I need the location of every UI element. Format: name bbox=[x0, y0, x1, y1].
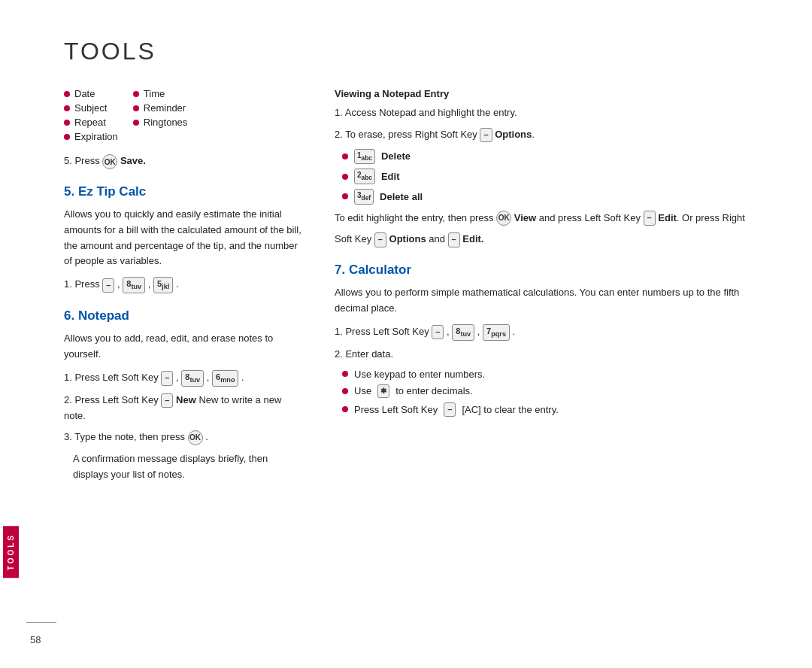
key-8tuv: 8tuv bbox=[123, 277, 145, 293]
options-and-connector: and bbox=[429, 233, 447, 244]
edit-bold-label: Edit. bbox=[462, 233, 483, 244]
key-edit-softkey-2: – bbox=[448, 232, 460, 247]
left-column: Date Subject Repeat Expiration bbox=[64, 88, 304, 489]
key-softkey-new: – bbox=[161, 393, 173, 408]
bullet-dot bbox=[342, 388, 348, 394]
section6-step2: 2. Press Left Soft Key – New New to writ… bbox=[64, 393, 304, 424]
bullet-reminder-label: Reminder bbox=[144, 102, 186, 114]
press-save-prefix: 5. Press bbox=[64, 155, 100, 166]
sidebar-tab: TOOLS bbox=[0, 0, 21, 668]
bullet-expiration-label: Expiration bbox=[74, 131, 118, 142]
section5-title: 5. Ez Tip Calc bbox=[64, 184, 304, 199]
s6-step2-text: 2. Press Left Soft Key bbox=[64, 394, 159, 405]
viewing-header: Viewing a Notepad Entry bbox=[335, 88, 774, 99]
key-6mno: 6mno bbox=[212, 370, 238, 387]
soft-key-right-label: Soft Key bbox=[335, 233, 371, 244]
edit-inline-label: Edit bbox=[658, 212, 677, 223]
s6-step3-text: 3. Type the note, then press bbox=[64, 431, 185, 442]
right-column: Viewing a Notepad Entry 1. Access Notepa… bbox=[335, 88, 774, 489]
key-edit-softkey: – bbox=[644, 211, 656, 225]
section6-title: 6. Notepad bbox=[64, 308, 304, 323]
key-8tuv-2: 8tuv bbox=[181, 370, 204, 387]
bullet-repeat-label: Repeat bbox=[74, 117, 106, 128]
two-col-layout: Date Subject Repeat Expiration bbox=[64, 88, 774, 489]
page-title: TOOLS bbox=[64, 38, 774, 65]
key-calc-dash: – bbox=[432, 325, 444, 339]
bullet-dot bbox=[342, 193, 348, 199]
sub-bullet-list: 1abc Delete 2abc Edit 3def Delete all bbox=[342, 149, 774, 205]
key-2abc: 2abc bbox=[354, 169, 375, 184]
bullet-col-2: Time Reminder Ringtones bbox=[133, 88, 188, 142]
bullet-ringtones-label: Ringtones bbox=[144, 117, 188, 128]
section6-step3: 3. Type the note, then press OK . bbox=[64, 430, 304, 445]
bullet-reminder: Reminder bbox=[133, 102, 188, 114]
key-calc-8: 8tuv bbox=[452, 324, 474, 341]
section6-body: Allows you to add, read, edit, and erase… bbox=[64, 331, 304, 363]
key-softkey-1: – bbox=[161, 371, 173, 385]
bullet-date-label: Date bbox=[74, 88, 95, 99]
options-and-label: Options bbox=[389, 233, 426, 244]
key-options-softkey: – bbox=[374, 232, 386, 247]
bullet-dot bbox=[342, 174, 348, 180]
bullet-grid: Date Subject Repeat Expiration bbox=[64, 88, 304, 142]
calc-decimal-text: Use bbox=[354, 385, 371, 396]
section7-title: 7. Calculator bbox=[335, 263, 774, 278]
bullet-dot bbox=[133, 91, 139, 97]
view-label: View bbox=[514, 212, 536, 223]
bullet-dot bbox=[342, 153, 348, 159]
bullet-col-1: Date Subject Repeat Expiration bbox=[64, 88, 118, 142]
section7-step2: 2. Enter data. bbox=[335, 347, 774, 363]
calc-sub-bullets: Use keypad to enter numbers. Use ✱ to en… bbox=[342, 369, 774, 417]
bullet-dot bbox=[133, 120, 139, 126]
bullet-dot bbox=[342, 371, 348, 377]
bullet-expiration: Expiration bbox=[64, 131, 118, 142]
s7-step1-prefix: 1. Press Left Soft Key bbox=[335, 326, 429, 337]
section7-step1: 1. Press Left Soft Key – , 8tuv , 7pqrs … bbox=[335, 324, 774, 341]
ok-button-icon: OK bbox=[102, 154, 117, 169]
bullet-dot bbox=[64, 91, 70, 97]
options-and-edit: Soft Key – Options and – Edit. bbox=[335, 232, 774, 247]
key-star: ✱ bbox=[377, 384, 389, 398]
press-save-text: 5. Press OK Save. bbox=[64, 154, 304, 169]
or-press-right: Or press Right bbox=[682, 212, 745, 223]
view-step1: 1. Access Notepad and highlight the entr… bbox=[335, 105, 774, 121]
bullet-date: Date bbox=[64, 88, 118, 99]
bullet-subject: Subject bbox=[64, 102, 118, 114]
bullet-repeat: Repeat bbox=[64, 117, 118, 128]
ok-btn-view: OK bbox=[496, 211, 511, 226]
calc-bullet-decimal: Use ✱ to enter decimals. bbox=[342, 384, 774, 398]
calc-bullet-clear: Press Left Soft Key – [AC] to clear the … bbox=[342, 402, 774, 417]
calc-clear-text: Press Left Soft Key bbox=[354, 404, 438, 415]
key-calc-7: 7pqrs bbox=[483, 324, 510, 341]
delete-label: Delete bbox=[381, 150, 411, 162]
bullet-dot bbox=[64, 120, 70, 126]
sub-bullet-deleteall: 3def Delete all bbox=[342, 189, 774, 205]
and-press-left: and press Left Soft Key bbox=[539, 212, 644, 223]
sidebar-label: TOOLS bbox=[3, 526, 19, 578]
bullet-time: Time bbox=[133, 88, 188, 99]
section6-step1: 1. Press Left Soft Key – , 8tuv , 6mno . bbox=[64, 370, 304, 387]
bullet-time-label: Time bbox=[144, 88, 165, 99]
calc-bullet-keypad: Use keypad to enter numbers. bbox=[342, 369, 774, 380]
page-number: 58 bbox=[30, 634, 41, 645]
ok-btn-2: OK bbox=[188, 430, 203, 445]
main-content: TOOLS Date Subject Repeat bbox=[26, 0, 812, 519]
bullet-dot bbox=[342, 406, 348, 412]
bullet-subject-label: Subject bbox=[74, 102, 107, 114]
edit-instr-prefix: To edit highlight the entry, then press bbox=[335, 212, 494, 223]
key-1abc: 1abc bbox=[354, 149, 375, 165]
bullet-ringtones: Ringtones bbox=[133, 117, 188, 128]
key-5jkl: 5jkl bbox=[153, 277, 173, 293]
section5-body: Allows you to quickly and easily estimat… bbox=[64, 207, 304, 269]
section5-step1: 1. Press – , 8tuv , 5jkl . bbox=[64, 277, 304, 293]
section6-confirmation: A confirmation message displays briefly,… bbox=[73, 451, 304, 483]
calc-clear-suffix: [AC] to clear the entry. bbox=[462, 404, 558, 415]
divider-line bbox=[26, 622, 56, 623]
deleteall-label: Delete all bbox=[380, 191, 423, 202]
section7-body: Allows you to perform simple mathematica… bbox=[335, 285, 774, 317]
bullet-dot bbox=[64, 105, 70, 111]
edit-label: Edit bbox=[381, 171, 400, 182]
bullet-dot bbox=[64, 134, 70, 140]
calc-decimal-suffix: to enter decimals. bbox=[395, 385, 473, 396]
view-step2-prefix: 2. To erase, press Right Soft Key bbox=[335, 129, 477, 140]
